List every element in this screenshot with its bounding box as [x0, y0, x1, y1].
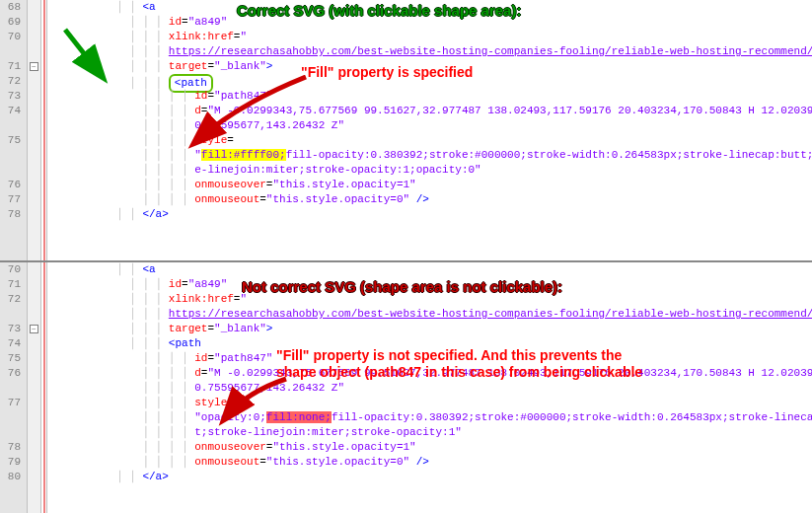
editor-pane-incorrect: 7071727374757677787980 │ │ <a │ │ │ id="…: [0, 262, 812, 513]
line-number-gutter: 6869707172737475767778: [0, 0, 28, 260]
fold-toggle-icon[interactable]: [30, 62, 38, 71]
code-area-correct[interactable]: │ │ <a │ │ │ id="a849" │ │ │ xlink:href=…: [47, 0, 812, 260]
fold-gutter: [28, 0, 41, 260]
fold-toggle-icon[interactable]: [30, 325, 38, 333]
line-number-gutter: 7071727374757677787980: [0, 262, 28, 513]
fold-gutter: [28, 262, 41, 513]
code-area-incorrect[interactable]: │ │ <a │ │ │ id="a849" │ │ │ xlink:href=…: [47, 262, 812, 513]
editor-pane-correct: 6869707172737475767778 │ │ <a │ │ │ id="…: [0, 0, 812, 260]
